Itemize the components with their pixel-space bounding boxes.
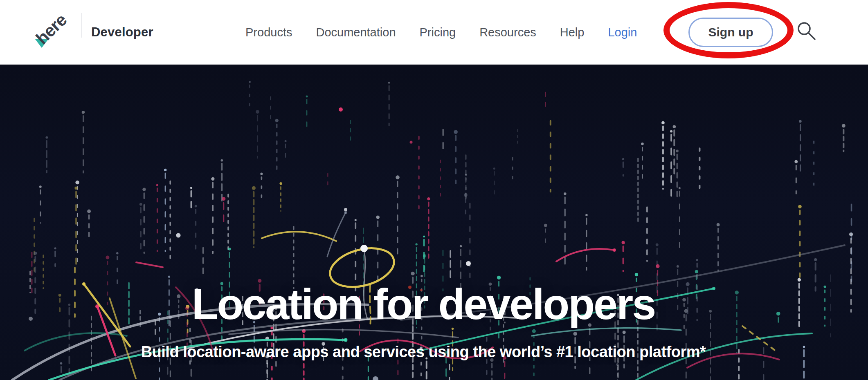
hero-title: Location for developers: [0, 282, 847, 326]
top-navigation-bar: here Developer Products Documentation Pr…: [0, 0, 868, 65]
nav-item-resources[interactable]: Resources: [479, 26, 536, 39]
here-logo[interactable]: here: [32, 6, 88, 53]
hero-section: Location for developers Build location-a…: [0, 65, 868, 380]
login-link[interactable]: Login: [608, 26, 637, 39]
nav-item-products[interactable]: Products: [245, 26, 292, 39]
product-title[interactable]: Developer: [91, 25, 153, 40]
main-nav: Products Documentation Pricing Resources…: [245, 0, 637, 65]
page: here Developer Products Documentation Pr…: [0, 0, 868, 380]
hero-copy: Location for developers Build location-a…: [0, 65, 847, 380]
here-logo-icon: here: [32, 6, 88, 53]
nav-item-help[interactable]: Help: [560, 26, 585, 39]
search-icon: [797, 21, 818, 42]
nav-item-documentation[interactable]: Documentation: [316, 26, 396, 39]
hero-subtitle: Build location-aware apps and services u…: [0, 344, 847, 360]
nav-item-pricing[interactable]: Pricing: [420, 26, 456, 39]
header-divider: [81, 13, 82, 38]
search-button[interactable]: [797, 21, 818, 42]
signup-button[interactable]: Sign up: [688, 18, 773, 47]
